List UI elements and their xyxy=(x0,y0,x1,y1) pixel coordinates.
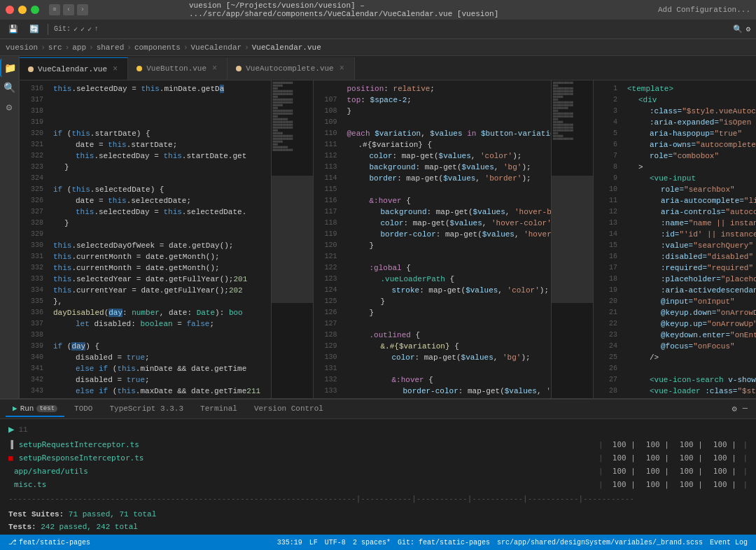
indent-value: 2 spaces* xyxy=(353,539,391,547)
run-icon: ▶ xyxy=(13,404,18,413)
toolbar-save[interactable]: 💾 xyxy=(6,23,21,35)
tab-vuecalendar[interactable]: VueCalendar.vue × xyxy=(20,57,128,80)
tests-line: Tests: 242 passed, 242 total xyxy=(8,521,748,533)
status-bar: ⎇ feat/static-pages 335:19 LF UTF-8 2 sp… xyxy=(0,535,756,550)
test-file-name: setupRequestInterceptor.ts xyxy=(19,439,139,451)
tests-value: 242 passed, 242 total xyxy=(41,523,138,531)
git-branch-label: Git: feat/static-pages xyxy=(398,539,490,547)
encoding-value: UTF-8 xyxy=(325,539,346,547)
bottom-content: ▶ 11 ▐ setupRequestInterceptor.ts | 100 … xyxy=(0,419,756,535)
editor-content-2: 1071081091101111121131141151161171181191… xyxy=(314,80,594,398)
git-check2: ✓ xyxy=(80,25,85,34)
tab-vuebutton[interactable]: VueButton.vue × xyxy=(128,57,227,80)
close-panel-icon[interactable]: — xyxy=(743,404,748,414)
editor-content-3: 1234567891011121314151617181920212223242… xyxy=(594,80,756,398)
test-suites-value: 71 passed, 71 total xyxy=(69,510,156,519)
git-check1: ✓ xyxy=(74,25,78,34)
bc-src[interactable]: src xyxy=(48,43,62,52)
test-row-misc: misc.ts | 100 | 100 | 100 | 100 | | xyxy=(8,479,748,491)
test-row-utils: app/shared/utils | 100 | 100 | 100 | 100… xyxy=(8,465,748,478)
folder-icon[interactable]: ≡ xyxy=(49,4,60,15)
test-output: ▐ setupRequestInterceptor.ts | 100 | 100… xyxy=(8,439,748,505)
bc-app[interactable]: app xyxy=(72,43,86,52)
minimap-slider-1[interactable] xyxy=(272,176,313,303)
left-activity-bar: 📁 🔍 ⚙ xyxy=(0,56,19,398)
minimap-1: ████████████████████████████████████████… xyxy=(271,80,313,398)
explorer-tab[interactable]: 📁 xyxy=(0,59,18,77)
lf-status[interactable]: LF xyxy=(307,539,321,547)
test-suites-line: Test Suites: 71 passed, 71 total xyxy=(8,508,748,521)
bottom-panel: ▶ Run test TODO TypeScript 3.3.3 Termina… xyxy=(0,398,756,535)
run-header: ▶ 11 xyxy=(8,423,748,436)
line-numbers-1: 3163173183193203213223233243253263273283… xyxy=(20,80,48,398)
position-value: 335:19 xyxy=(277,539,302,547)
settings-tab[interactable]: ⚙ xyxy=(0,98,18,116)
maximize-button[interactable] xyxy=(31,6,39,14)
tab-label: VueCalendar.vue xyxy=(38,65,107,73)
tab-close-vueautocomplete[interactable]: × xyxy=(338,64,346,73)
bc-vuesion[interactable]: vuesion xyxy=(6,43,38,52)
line-numbers-2: 1071081091101111121131141151161171181191… xyxy=(314,80,342,398)
add-config-label[interactable]: Add Configuration... xyxy=(658,6,750,14)
tab-dot xyxy=(28,66,34,72)
version-control-tab[interactable]: Version Control xyxy=(247,402,330,417)
tab-bar: VueCalendar.vue × VueButton.vue × VueAut… xyxy=(20,56,756,80)
run-line-num: 11 xyxy=(18,423,27,436)
indent-status[interactable]: 2 spaces* xyxy=(350,539,393,547)
search-tab[interactable]: 🔍 xyxy=(0,78,18,97)
branch-name: feat/static-pages xyxy=(19,539,90,547)
back-icon[interactable]: ‹ xyxy=(63,4,74,15)
git-branch-status[interactable]: ⎇ feat/static-pages xyxy=(6,538,93,547)
search-icon: 🔍 xyxy=(733,24,743,34)
toolbar-icons: ≡ ‹ › xyxy=(49,4,88,15)
test-results-summary: Test Suites: 71 passed, 71 total Tests: … xyxy=(8,508,748,535)
toolbar: 💾 🔄 Git: ✓ ✓ ✓ ↑ 🔍 ⚙ xyxy=(0,20,756,39)
editor-pane-1: 3163173183193203213223233243253263273283… xyxy=(20,80,314,398)
todo-tab[interactable]: TODO xyxy=(67,402,99,417)
minimize-button[interactable] xyxy=(18,6,27,14)
bottom-panel-icons: ⚙ — xyxy=(732,404,750,414)
minimap-2: ████████████████████████████████████████… xyxy=(551,80,593,398)
editor-content-1: 3163173183193203213223233243253263273283… xyxy=(20,80,313,398)
bc-vuecalendar-file[interactable]: VueCalendar.vue xyxy=(252,43,321,52)
bc-vuecalendar-dir[interactable]: VueCalendar xyxy=(191,43,242,52)
run-tab[interactable]: ▶ Run test xyxy=(6,401,64,417)
title-bar-right: Add Configuration... xyxy=(658,6,750,14)
forward-icon[interactable]: › xyxy=(77,4,88,15)
bc-shared[interactable]: shared xyxy=(97,43,125,52)
editor-pane-2: 1071081091101111121131141151161171181191… xyxy=(314,80,594,398)
tab-close-vuebutton[interactable]: × xyxy=(211,64,218,73)
event-log-status[interactable]: Event Log xyxy=(707,539,750,547)
minimap-slider-2[interactable] xyxy=(552,176,593,303)
tab-close-vuecalendar[interactable]: × xyxy=(111,64,119,74)
test-row-setup-request: ▐ setupRequestInterceptor.ts | 100 | 100… xyxy=(8,439,748,451)
git-icon: ⎇ xyxy=(8,538,17,547)
encoding-status[interactable]: UTF-8 xyxy=(322,539,349,547)
position-status[interactable]: 335:19 xyxy=(274,539,305,547)
test-file-name: app/shared/utils xyxy=(14,465,88,478)
status-bar-right: 335:19 LF UTF-8 2 spaces* Git: feat/stat… xyxy=(274,539,750,547)
close-button[interactable] xyxy=(6,6,14,14)
file-path-status[interactable]: src/app/shared/designSystem/variables/_b… xyxy=(494,539,706,547)
run-green-arrow[interactable]: ▶ xyxy=(8,423,14,436)
git-branch-right[interactable]: Git: feat/static-pages xyxy=(395,539,493,547)
code-text-2: position: relative; top: $space-2; } @ea… xyxy=(342,80,552,398)
editor-pane-3: 1234567891011121314151617181920212223242… xyxy=(594,80,756,398)
window-title: vuesion [~/Projects/vuesion/vuesion] – .… xyxy=(189,1,567,18)
git-label: Git: xyxy=(54,25,71,33)
tab-vueautocomplete[interactable]: VueAutocomplete.vue × xyxy=(227,57,355,80)
settings-icon[interactable]: ⚙ xyxy=(732,404,737,414)
event-log-label: Event Log xyxy=(710,539,748,547)
tab-label: VueAutocomplete.vue xyxy=(246,64,333,73)
bc-components[interactable]: components xyxy=(134,43,181,52)
toolbar-sync[interactable]: 🔄 xyxy=(27,23,42,35)
breadcrumb: vuesion › src › app › shared › component… xyxy=(0,39,756,56)
code-text-3: <template> <div :class="$style.vueAutoco… xyxy=(622,80,756,398)
toolbar-search: 🔍 ⚙ xyxy=(733,24,750,34)
test-row-setup-response: ■ setupResponseInterceptor.ts | 100 | 10… xyxy=(8,452,748,465)
typescript-tab[interactable]: TypeScript 3.3.3 xyxy=(102,402,190,417)
terminal-tab[interactable]: Terminal xyxy=(193,402,244,417)
git-info: Git: ✓ ✓ ✓ ↑ xyxy=(54,25,99,34)
magnify-icon: ⚙ xyxy=(746,24,750,34)
code-text-1: this.selectedDay = this.minDate.getDa if… xyxy=(48,80,271,398)
